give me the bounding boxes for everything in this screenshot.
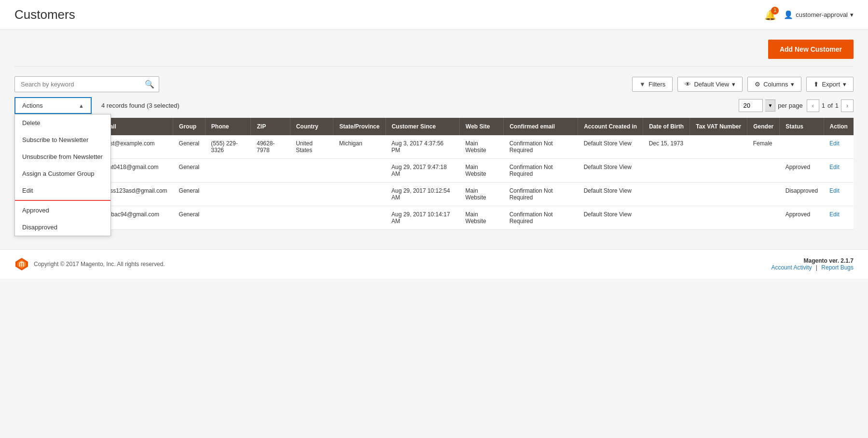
page-total: 1 (835, 102, 839, 109)
th-action: Action (824, 118, 854, 135)
cell-row3-col11: Confirmation Not Required (504, 206, 578, 230)
toolbar-right: ▼ Filters 👁 Default View ▾ ⚙ Columns ▾ ⬆… (632, 77, 854, 92)
per-page-select: 20 ▼ per page (739, 99, 802, 112)
cell-row2-col10: Main Website (460, 183, 504, 206)
gear-icon: ⚙ (755, 81, 760, 88)
cell-row1-col13 (643, 159, 690, 183)
th-account-created: Account Created in (578, 118, 643, 135)
eye-icon: 👁 (685, 81, 691, 88)
cell-row1-col7 (290, 159, 333, 183)
notification-bell[interactable]: 🔔 1 (764, 9, 776, 21)
action-subscribe[interactable]: Subscribe to Newsletter (15, 131, 110, 148)
cell-row0-col17: Edit (824, 135, 854, 159)
action-approved[interactable]: Approved (15, 202, 110, 219)
per-page-input[interactable]: 20 (739, 99, 763, 112)
cell-row2-col13 (643, 183, 690, 206)
cell-row2-col11: Confirmation Not Required (504, 183, 578, 206)
grid-toolbar: Actions ▲ Delete Subscribe to Newsletter… (14, 97, 854, 114)
cell-row1-col4: General (173, 159, 206, 183)
edit-link-3[interactable]: Edit (829, 211, 840, 218)
cell-row3-col10: Main Website (460, 206, 504, 230)
view-arrow: ▾ (732, 81, 735, 88)
columns-label: Columns (763, 81, 788, 88)
search-toolbar: 🔍 ▼ Filters 👁 Default View ▾ ⚙ Columns ▾… (14, 76, 854, 92)
cell-row1-col9: Aug 29, 2017 9:47:18 AM (386, 159, 459, 183)
cell-row2-col14 (690, 183, 747, 206)
cell-row0-col7: United States (290, 135, 333, 159)
page-of: of (827, 102, 833, 109)
actions-label: Actions (22, 102, 43, 109)
search-input[interactable] (14, 76, 159, 92)
cell-row3-col13 (643, 206, 690, 230)
cell-row1-col14 (690, 159, 747, 183)
prev-page-button[interactable]: ‹ (807, 99, 819, 112)
action-disapproved[interactable]: Disapproved (15, 219, 110, 236)
th-gender: Gender (747, 118, 780, 135)
cell-row1-col6 (251, 159, 290, 183)
th-website: Web Site (460, 118, 504, 135)
cell-row0-col10: Main Website (460, 135, 504, 159)
action-bar: Add New Customer (14, 40, 854, 67)
actions-button[interactable]: Actions ▲ (14, 97, 92, 114)
page-current: 1 (822, 102, 825, 109)
edit-link-1[interactable]: Edit (829, 164, 840, 170)
action-delete[interactable]: Delete (15, 114, 110, 131)
cell-row1-col5 (205, 159, 251, 183)
default-view-button[interactable]: 👁 Default View ▾ (677, 77, 743, 92)
account-activity-link[interactable]: Account Activity (771, 264, 812, 271)
pagination: 20 ▼ per page ‹ 1 of 1 › (739, 99, 854, 112)
th-state: State/Province (333, 118, 386, 135)
cell-row3-col4: General (173, 206, 206, 230)
th-since: Customer Since (386, 118, 459, 135)
th-country: Country (290, 118, 333, 135)
cell-row3-col6 (251, 206, 290, 230)
table-row: 5Hannah Cyruslethibac94@gmail.comGeneral… (14, 206, 854, 230)
th-group: Group (173, 118, 206, 135)
action-edit[interactable]: Edit (15, 182, 110, 199)
cell-row3-col12: Default Store View (578, 206, 643, 230)
table-row: 3anbss123asd@gmail.comGeneralAug 29, 201… (14, 183, 854, 206)
action-assign-group[interactable]: Assign a Customer Group (15, 165, 110, 182)
cell-row3-col15 (747, 206, 780, 230)
cell-row0-col15: Female (747, 135, 780, 159)
action-unsubscribe[interactable]: Unsubscribe from Newsletter (15, 148, 110, 165)
export-button[interactable]: ⬆ Export ▾ (806, 77, 854, 92)
report-bugs-link[interactable]: Report Bugs (821, 264, 854, 271)
columns-arrow: ▾ (791, 81, 794, 88)
filters-button[interactable]: ▼ Filters (632, 77, 673, 92)
footer-version: Magento ver. 2.1.7 (804, 257, 854, 264)
th-confirmed-email: Confirmed email (504, 118, 578, 135)
columns-button[interactable]: ⚙ Columns ▾ (747, 77, 801, 92)
edit-link-0[interactable]: Edit (829, 140, 840, 147)
per-page-arrow[interactable]: ▼ (765, 99, 775, 112)
edit-link-2[interactable]: Edit (829, 187, 840, 194)
grid-toolbar-left: Actions ▲ Delete Subscribe to Newsletter… (14, 97, 179, 114)
cell-row1-col8 (333, 159, 386, 183)
cell-row0-col9: Aug 3, 2017 4:37:56 PM (386, 135, 459, 159)
cell-row3-col5 (205, 206, 251, 230)
page-footer: Copyright © 2017 Magento, Inc. All right… (0, 249, 868, 279)
cell-row3-col17: Edit (824, 206, 854, 230)
cell-row0-col14 (690, 135, 747, 159)
add-new-customer-button[interactable]: Add New Customer (768, 40, 854, 59)
page-header: Customers 🔔 1 👤 customer-approval ▾ (0, 0, 868, 30)
cell-row0-col12: Default Store View (578, 135, 643, 159)
cell-row1-col11: Confirmation Not Required (504, 159, 578, 183)
next-page-button[interactable]: › (841, 99, 854, 112)
th-zip: ZIP (251, 118, 290, 135)
customers-table: ID Name Email Group Phone ZIP Country St… (14, 118, 854, 230)
cell-row2-col9: Aug 29, 2017 10:12:54 AM (386, 183, 459, 206)
page-content: Add New Customer 🔍 ▼ Filters 👁 Default V… (0, 30, 868, 240)
export-arrow: ▾ (843, 81, 846, 88)
footer-left: Copyright © 2017 Magento, Inc. All right… (14, 257, 165, 271)
cell-row1-col10: Main Website (460, 159, 504, 183)
cell-row3-col9: Aug 29, 2017 10:14:17 AM (386, 206, 459, 230)
user-menu[interactable]: 👤 customer-approval ▾ (784, 10, 854, 19)
th-dob: Date of Birth (643, 118, 690, 135)
table-container: ID Name Email Group Phone ZIP Country St… (14, 118, 854, 230)
cell-row0-col8: Michigan (333, 135, 386, 159)
th-phone: Phone (205, 118, 251, 135)
cell-row0-col4: General (173, 135, 206, 159)
search-icon[interactable]: 🔍 (145, 80, 154, 89)
cell-row0-col16 (780, 135, 824, 159)
